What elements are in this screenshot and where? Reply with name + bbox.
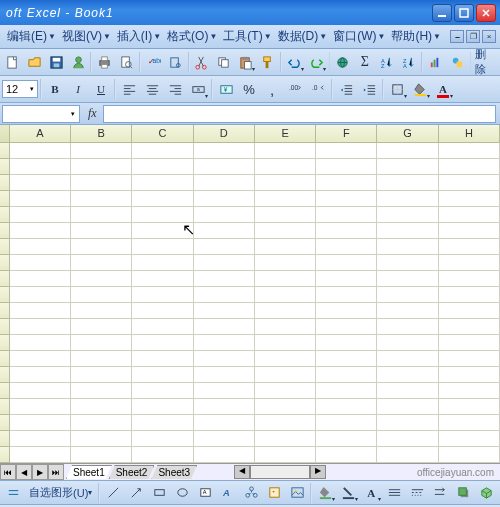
cell[interactable] (377, 159, 438, 175)
cell[interactable] (377, 239, 438, 255)
col-header[interactable]: A (10, 125, 71, 142)
cell[interactable] (10, 271, 71, 287)
cell[interactable] (194, 399, 255, 415)
row-header[interactable] (0, 143, 10, 159)
close-button[interactable] (476, 4, 496, 22)
cell[interactable] (71, 319, 132, 335)
row-header[interactable] (0, 447, 10, 463)
cell[interactable] (377, 383, 438, 399)
cell[interactable] (132, 271, 193, 287)
cell[interactable] (132, 399, 193, 415)
col-header[interactable]: C (132, 125, 193, 142)
cell[interactable] (255, 431, 316, 447)
3d-tool[interactable] (475, 482, 497, 503)
shadow-tool[interactable] (452, 482, 474, 503)
cell[interactable] (255, 415, 316, 431)
borders-button[interactable]: ▾ (386, 79, 408, 100)
chart-button[interactable] (425, 52, 446, 73)
cell[interactable] (255, 447, 316, 463)
font-color-tool[interactable]: A▾ (360, 482, 382, 503)
currency-button[interactable]: ¥ (215, 79, 237, 100)
maximize-button[interactable] (454, 4, 474, 22)
line-tool[interactable] (102, 482, 124, 503)
cell[interactable] (71, 175, 132, 191)
cell[interactable] (439, 287, 500, 303)
cell[interactable] (71, 191, 132, 207)
cell[interactable] (10, 223, 71, 239)
cell[interactable] (377, 223, 438, 239)
cell[interactable] (316, 207, 377, 223)
menu-edit[interactable]: 编辑(E)▼ (4, 26, 59, 47)
fill-color-tool[interactable]: ▾ (314, 482, 336, 503)
cell[interactable] (132, 287, 193, 303)
dash-style-tool[interactable] (406, 482, 428, 503)
save-button[interactable] (46, 52, 67, 73)
wordart-tool[interactable]: A (217, 482, 239, 503)
cell[interactable] (194, 335, 255, 351)
cell[interactable] (132, 207, 193, 223)
row-header[interactable] (0, 383, 10, 399)
cell[interactable] (132, 367, 193, 383)
font-color-button[interactable]: A▾ (432, 79, 454, 100)
col-header[interactable]: B (71, 125, 132, 142)
autosum-button[interactable]: Σ (354, 52, 375, 73)
cell[interactable] (10, 159, 71, 175)
cell[interactable] (377, 191, 438, 207)
select-all-corner[interactable] (0, 125, 10, 142)
cell[interactable] (132, 335, 193, 351)
cell[interactable] (316, 447, 377, 463)
menu-view[interactable]: 视图(V)▼ (59, 26, 114, 47)
cell[interactable] (439, 383, 500, 399)
row-header[interactable] (0, 399, 10, 415)
cell[interactable] (194, 255, 255, 271)
cell[interactable] (377, 431, 438, 447)
new-button[interactable] (2, 52, 23, 73)
cell[interactable] (316, 415, 377, 431)
cell[interactable] (316, 223, 377, 239)
cell[interactable] (71, 239, 132, 255)
cell[interactable] (439, 319, 500, 335)
cell[interactable] (194, 159, 255, 175)
copy-button[interactable] (213, 52, 234, 73)
spelling-button[interactable]: ✓abc (143, 52, 164, 73)
cell[interactable] (194, 447, 255, 463)
cell[interactable] (10, 383, 71, 399)
cell[interactable] (194, 271, 255, 287)
cell[interactable] (194, 287, 255, 303)
cell[interactable] (71, 335, 132, 351)
cell[interactable] (316, 255, 377, 271)
cell[interactable] (194, 175, 255, 191)
cell[interactable] (377, 255, 438, 271)
cell[interactable] (439, 255, 500, 271)
menu-window[interactable]: 窗口(W)▼ (330, 26, 388, 47)
cell[interactable] (377, 399, 438, 415)
cell[interactable] (132, 351, 193, 367)
cell[interactable] (10, 351, 71, 367)
merge-center-button[interactable]: a▾ (187, 79, 209, 100)
italic-button[interactable]: I (67, 79, 89, 100)
row-header[interactable] (0, 367, 10, 383)
research-button[interactable] (165, 52, 186, 73)
minimize-button[interactable] (432, 4, 452, 22)
cell[interactable] (377, 143, 438, 159)
cell[interactable] (377, 303, 438, 319)
cell[interactable] (255, 287, 316, 303)
rectangle-tool[interactable] (148, 482, 170, 503)
cell[interactable] (439, 175, 500, 191)
cell[interactable] (255, 159, 316, 175)
cut-button[interactable] (192, 52, 213, 73)
cell[interactable] (316, 351, 377, 367)
open-button[interactable] (24, 52, 45, 73)
row-header[interactable] (0, 223, 10, 239)
row-header[interactable] (0, 287, 10, 303)
cell[interactable] (71, 223, 132, 239)
row-header[interactable] (0, 335, 10, 351)
formula-input[interactable] (103, 105, 496, 123)
cell[interactable] (71, 383, 132, 399)
cell[interactable] (377, 415, 438, 431)
cell[interactable] (132, 319, 193, 335)
decrease-indent-button[interactable] (335, 79, 357, 100)
sheet-tab[interactable]: Sheet1 (66, 465, 112, 479)
cell[interactable] (10, 431, 71, 447)
col-header[interactable]: H (439, 125, 500, 142)
